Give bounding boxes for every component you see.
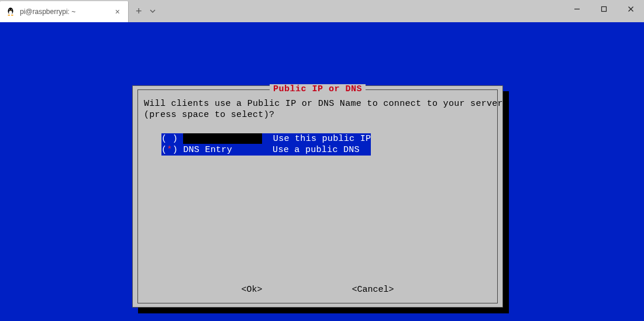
terminal-tab[interactable]: pi@raspberrypi: ~ ×: [0, 1, 129, 22]
maximize-icon[interactable]: [590, 0, 617, 18]
option-desc: Use a public DNS: [273, 145, 360, 155]
dialog-prompt-line2: (press space to select)?: [144, 109, 491, 120]
close-icon[interactable]: [617, 0, 644, 18]
radio-option-public-ip[interactable]: ( ) Use this public IP: [161, 133, 371, 144]
dialog-title: Public IP or DNS: [270, 84, 366, 94]
svg-point-6: [8, 15, 10, 16]
penguin-icon: [6, 7, 15, 16]
terminal-area: Public IP or DNS Will clients use a Publ…: [0, 22, 644, 321]
minimize-icon[interactable]: [563, 0, 590, 18]
tab-dropdown-icon[interactable]: [149, 8, 156, 15]
new-tab-icon[interactable]: +: [136, 5, 142, 18]
option-label: DNS Entry: [183, 145, 235, 155]
svg-point-7: [11, 15, 13, 16]
svg-point-5: [11, 9, 12, 10]
svg-point-4: [9, 9, 10, 10]
title-bar: pi@raspberrypi: ~ × +: [0, 0, 644, 22]
redacted-ip: [183, 133, 262, 144]
option-desc: Use this public IP: [273, 134, 371, 144]
whiptail-dialog: Public IP or DNS Will clients use a Publ…: [132, 85, 503, 308]
cancel-button[interactable]: <Cancel>: [352, 285, 394, 295]
radio-options: ( ) Use this public IP (*) DNS Entry Use…: [161, 133, 491, 156]
ok-button[interactable]: <Ok>: [241, 285, 262, 295]
tab-title: pi@raspberrypi: ~: [20, 8, 113, 16]
dialog-buttons: <Ok> <Cancel>: [138, 285, 497, 295]
dialog-prompt-line1: Will clients use a Public IP or DNS Name…: [144, 98, 491, 109]
svg-rect-9: [601, 6, 606, 11]
dialog-body: Will clients use a Public IP or DNS Name…: [138, 90, 497, 156]
tab-close-icon[interactable]: ×: [113, 7, 122, 16]
window-controls: [563, 0, 644, 18]
dialog-border: Public IP or DNS Will clients use a Publ…: [137, 89, 498, 303]
radio-option-dns-entry[interactable]: (*) DNS Entry Use a public DNS: [161, 144, 371, 156]
